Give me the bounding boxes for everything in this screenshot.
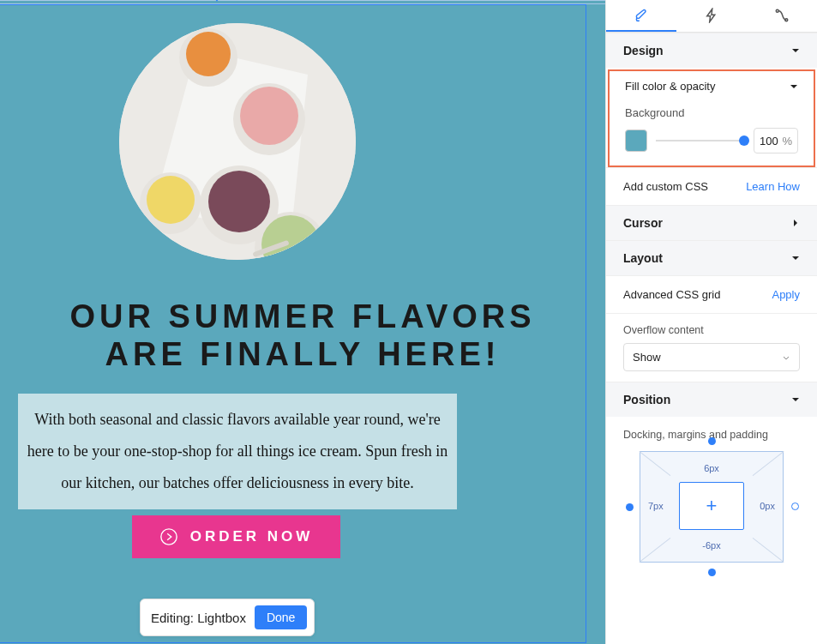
done-button[interactable]: Done	[255, 605, 307, 629]
fill-opacity-section: Fill color & opacity Background 100 %	[608, 69, 815, 167]
chevron-right-icon	[791, 219, 800, 227]
docking-section: Docking, margins and padding 6px 0px -6p…	[606, 417, 817, 575]
chevron-down-icon	[791, 395, 800, 404]
tab-settings[interactable]	[747, 0, 817, 32]
svg-point-9	[208, 171, 270, 232]
editing-label: Editing: Lightbox	[151, 611, 246, 625]
chevron-down-icon	[791, 46, 800, 55]
svg-point-7	[147, 176, 195, 224]
brush-icon	[634, 8, 649, 23]
hero-image[interactable]	[119, 23, 356, 260]
dock-right-value[interactable]: 0px	[760, 501, 775, 511]
custom-css-label: Add custom CSS	[623, 180, 708, 193]
section-cursor-title: Cursor	[623, 216, 663, 230]
section-layout[interactable]: Layout	[606, 240, 817, 275]
apply-link[interactable]: Apply	[772, 288, 800, 301]
svg-point-13	[160, 529, 176, 545]
dock-handle-right[interactable]	[791, 503, 799, 510]
dock-top-value[interactable]: 6px	[640, 463, 784, 473]
arrow-circle-icon	[159, 527, 178, 546]
dock-bottom-value[interactable]: -6px	[640, 540, 784, 551]
overflow-label: Overflow content	[623, 324, 800, 336]
tab-design[interactable]	[606, 0, 676, 32]
dock-handle-bottom[interactable]	[708, 569, 716, 576]
panel-tabs	[606, 0, 817, 33]
opacity-slider[interactable]	[656, 139, 745, 142]
editing-status-pill: Editing: Lightbox Done	[140, 599, 315, 636]
svg-point-14	[776, 9, 778, 12]
section-design[interactable]: Design	[606, 33, 817, 68]
opacity-value: 100	[760, 135, 778, 147]
headline-text[interactable]: OUR SUMMER FLAVORS ARE FINALLY HERE!	[0, 298, 605, 373]
slider-thumb[interactable]	[739, 135, 749, 146]
section-position-title: Position	[623, 393, 670, 406]
ruler-marker-icon[interactable]	[212, 0, 222, 2]
order-button-label: ORDER NOW	[190, 528, 314, 545]
slider-track	[656, 140, 745, 141]
dock-handle-top[interactable]	[708, 437, 716, 445]
svg-point-3	[240, 87, 298, 145]
advanced-grid-row: Advanced CSS grid Apply	[606, 275, 817, 313]
overflow-section: Overflow content Show	[606, 313, 817, 382]
tab-interactions[interactable]	[676, 0, 747, 32]
inspector-panel: Design Fill color & opacity Background 1…	[605, 0, 817, 644]
editor-canvas[interactable]: OUR SUMMER FLAVORS ARE FINALLY HERE! Wit…	[0, 0, 605, 644]
dock-center-button[interactable]: +	[679, 482, 744, 530]
opacity-input[interactable]: 100 %	[754, 128, 798, 153]
order-now-button[interactable]: ORDER NOW	[132, 515, 340, 558]
fill-opacity-title: Fill color & opacity	[625, 80, 715, 93]
fill-opacity-header[interactable]: Fill color & opacity	[610, 71, 814, 101]
learn-how-link[interactable]: Learn How	[746, 180, 800, 193]
body-text[interactable]: With both seasonal and classic flavors a…	[18, 394, 457, 509]
section-cursor[interactable]: Cursor	[606, 205, 817, 240]
overflow-value: Show	[633, 351, 661, 364]
section-design-title: Design	[623, 44, 664, 57]
overflow-select[interactable]: Show	[623, 343, 800, 371]
custom-css-row: Add custom CSS Learn How	[606, 167, 817, 205]
dock-left-value[interactable]: 7px	[648, 501, 664, 511]
curve-icon	[774, 8, 790, 23]
opacity-unit: %	[782, 135, 792, 147]
svg-point-5	[186, 32, 231, 76]
dock-handle-left[interactable]	[626, 503, 634, 511]
background-color-swatch[interactable]	[625, 129, 647, 152]
lightning-icon	[704, 8, 719, 23]
advanced-grid-label: Advanced CSS grid	[623, 288, 720, 301]
chevron-down-icon	[790, 82, 798, 91]
section-position[interactable]: Position	[606, 382, 817, 417]
chevron-down-icon	[782, 353, 790, 362]
background-label: Background	[610, 101, 814, 128]
chevron-down-icon	[791, 254, 800, 262]
docking-diagram[interactable]: 6px 0px -6px 7px +	[640, 451, 784, 563]
ruler-line	[0, 0, 605, 4]
section-layout-title: Layout	[623, 251, 663, 265]
